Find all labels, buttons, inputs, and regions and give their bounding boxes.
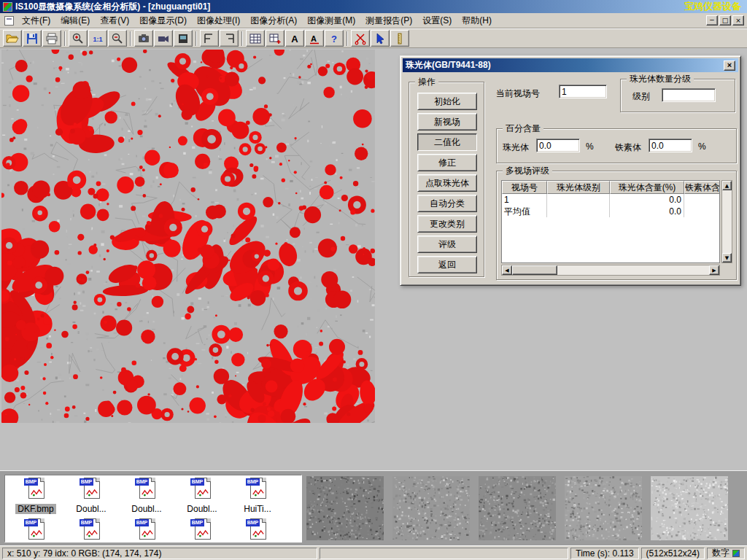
mdi-restore-button[interactable]: □ bbox=[719, 15, 731, 26]
scroll-down-icon[interactable]: ▼ bbox=[722, 253, 732, 262]
thumbnail-3[interactable] bbox=[479, 476, 556, 540]
cell-pearlite-content: 0.0 bbox=[610, 206, 684, 217]
tool-open-button[interactable] bbox=[3, 30, 22, 47]
mdi-close-button[interactable]: × bbox=[732, 15, 744, 26]
op-button-return[interactable]: 返回 bbox=[417, 256, 477, 273]
title-bar[interactable]: IS100显微摄像系统(金相分析版) - [zhuguangti01] 宝鸡仪器… bbox=[0, 0, 747, 13]
tool-text-button[interactable]: A bbox=[285, 30, 304, 47]
file-item-partial[interactable]: BMP bbox=[230, 518, 285, 542]
thumbnail-5[interactable] bbox=[651, 476, 728, 540]
file-item[interactable]: BMPDKF.bmp bbox=[8, 478, 63, 514]
thumbnail-image bbox=[651, 476, 728, 540]
scroll-right-icon[interactable]: ▶ bbox=[709, 265, 719, 275]
file-name[interactable]: Doubl... bbox=[74, 504, 108, 514]
file-name[interactable]: Doubl... bbox=[129, 504, 163, 514]
table-vertical-scrollbar[interactable]: ▲ ▼ bbox=[721, 180, 732, 263]
bmp-icon[interactable]: BMP bbox=[246, 478, 269, 502]
op-button-binarize[interactable]: 二值化 bbox=[417, 133, 477, 151]
bmp-icon[interactable]: BMP bbox=[80, 518, 103, 542]
bmp-icon[interactable]: BMP bbox=[80, 478, 103, 502]
pearlite-percent-input[interactable] bbox=[536, 139, 580, 152]
file-item[interactable]: BMPDoubl... bbox=[174, 478, 230, 514]
tool-help-button[interactable]: ? bbox=[325, 30, 344, 47]
file-item-partial[interactable]: BMP bbox=[119, 518, 174, 542]
bmp-file-icon: BMP bbox=[135, 478, 149, 486]
menu-item-image-display[interactable]: 图像显示(D) bbox=[134, 12, 192, 29]
tool-pointer-button[interactable] bbox=[371, 30, 390, 47]
micrograph-image[interactable] bbox=[1, 50, 375, 423]
grade-input[interactable] bbox=[662, 88, 716, 102]
tool-capture-button[interactable] bbox=[134, 30, 153, 47]
thumbnail-4[interactable] bbox=[565, 476, 642, 540]
op-button-auto-classify[interactable]: 自动分类 bbox=[417, 195, 477, 212]
dialog-title-bar[interactable]: 珠光体(GB/T9441-88) × bbox=[403, 58, 738, 72]
current-view-input[interactable] bbox=[559, 85, 607, 98]
dialog-body: 操作 初始化新视场二值化修正点取珠光体自动分类更改类别评级返回 当前视场号 珠光… bbox=[403, 73, 738, 282]
menu-item-image-analysis[interactable]: 图像分析(A) bbox=[245, 12, 302, 29]
menu-item-measurement-report[interactable]: 测量报告(P) bbox=[360, 12, 417, 29]
file-item[interactable]: BMPDoubl... bbox=[63, 478, 119, 514]
scroll-up-icon[interactable]: ▲ bbox=[722, 181, 732, 190]
bmp-icon[interactable]: BMP bbox=[24, 518, 47, 542]
op-button-new-view[interactable]: 新视场 bbox=[417, 113, 477, 131]
tool-table-add-button[interactable] bbox=[266, 30, 285, 47]
file-item[interactable]: BMPHuiTi... bbox=[230, 478, 285, 514]
scroll-left-icon[interactable]: ◀ bbox=[502, 265, 512, 275]
tool-caliper-h-button[interactable] bbox=[200, 30, 219, 47]
menu-item-help[interactable]: 帮助(H) bbox=[457, 12, 497, 29]
tool-print-button[interactable] bbox=[42, 30, 61, 47]
op-button-correct[interactable]: 修正 bbox=[417, 154, 477, 171]
tool-caliper-v-button[interactable] bbox=[220, 30, 239, 47]
freeze-icon bbox=[177, 32, 190, 45]
toolbar: 1:1AA? bbox=[0, 28, 747, 48]
bmp-art bbox=[85, 488, 98, 497]
file-item-partial[interactable]: BMP bbox=[8, 518, 63, 542]
menu-item-edit[interactable]: 编辑(E) bbox=[55, 12, 95, 29]
thumbnail-1[interactable] bbox=[306, 476, 384, 540]
op-button-grade[interactable]: 评级 bbox=[417, 236, 477, 253]
tool-video-button[interactable] bbox=[154, 30, 173, 47]
tool-table-button[interactable] bbox=[246, 30, 265, 47]
menu-item-image-processing[interactable]: 图像处理(I) bbox=[192, 12, 245, 29]
scrollbar-thumb[interactable] bbox=[512, 265, 557, 275]
bmp-icon[interactable]: BMP bbox=[246, 518, 269, 542]
op-button-initialize[interactable]: 初始化 bbox=[417, 93, 477, 110]
mdi-minimize-button[interactable]: ─ bbox=[706, 15, 718, 26]
op-button-change-class[interactable]: 更改类别 bbox=[417, 215, 477, 233]
tool-ruler-button[interactable] bbox=[390, 30, 409, 47]
menu-item-file[interactable]: 文件(F) bbox=[17, 12, 55, 29]
bmp-icon[interactable]: BMP bbox=[190, 518, 214, 542]
print-icon bbox=[45, 32, 58, 45]
op-button-pick-pearlite[interactable]: 点取珠光体 bbox=[417, 174, 477, 192]
file-name[interactable]: DKF.bmp bbox=[15, 504, 55, 514]
current-view-label: 当前视场号 bbox=[496, 88, 540, 100]
bmp-icon[interactable]: BMP bbox=[135, 478, 158, 502]
tool-font-button[interactable]: A bbox=[305, 30, 324, 47]
tool-save-button[interactable] bbox=[23, 30, 42, 47]
tool-cut-button[interactable] bbox=[351, 30, 370, 47]
svg-text:?: ? bbox=[331, 34, 337, 44]
file-item[interactable]: BMPDoubl... bbox=[119, 478, 174, 514]
file-name[interactable]: Doubl... bbox=[185, 504, 219, 514]
thumbnail-2[interactable] bbox=[392, 476, 470, 540]
tool-zoom-in-button[interactable] bbox=[69, 30, 88, 47]
ruler-icon bbox=[393, 32, 406, 45]
ferrite-percent-input[interactable] bbox=[649, 139, 692, 152]
menu-item-view[interactable]: 查看(V) bbox=[95, 12, 134, 29]
dialog-close-button[interactable]: × bbox=[724, 61, 735, 71]
document-system-icon[interactable] bbox=[4, 16, 14, 26]
table-row[interactable]: 10.0 bbox=[502, 194, 719, 206]
bmp-icon[interactable]: BMP bbox=[24, 478, 47, 502]
file-item-partial[interactable]: BMP bbox=[174, 518, 230, 542]
tool-freeze-button[interactable] bbox=[174, 30, 193, 47]
tool-actual-size-button[interactable]: 1:1 bbox=[88, 30, 107, 47]
tool-zoom-out-button[interactable] bbox=[108, 30, 127, 47]
menu-item-image-measurement[interactable]: 图像测量(M) bbox=[302, 12, 360, 29]
menu-item-settings[interactable]: 设置(S) bbox=[417, 12, 457, 29]
table-row[interactable]: 平均值0.0 bbox=[502, 206, 719, 217]
bmp-icon[interactable]: BMP bbox=[135, 518, 158, 542]
file-name[interactable]: HuiTi... bbox=[241, 504, 274, 514]
bmp-icon[interactable]: BMP bbox=[190, 478, 214, 502]
file-item-partial[interactable]: BMP bbox=[63, 518, 119, 542]
table-horizontal-scrollbar[interactable]: ◀ ▶ bbox=[501, 265, 720, 276]
